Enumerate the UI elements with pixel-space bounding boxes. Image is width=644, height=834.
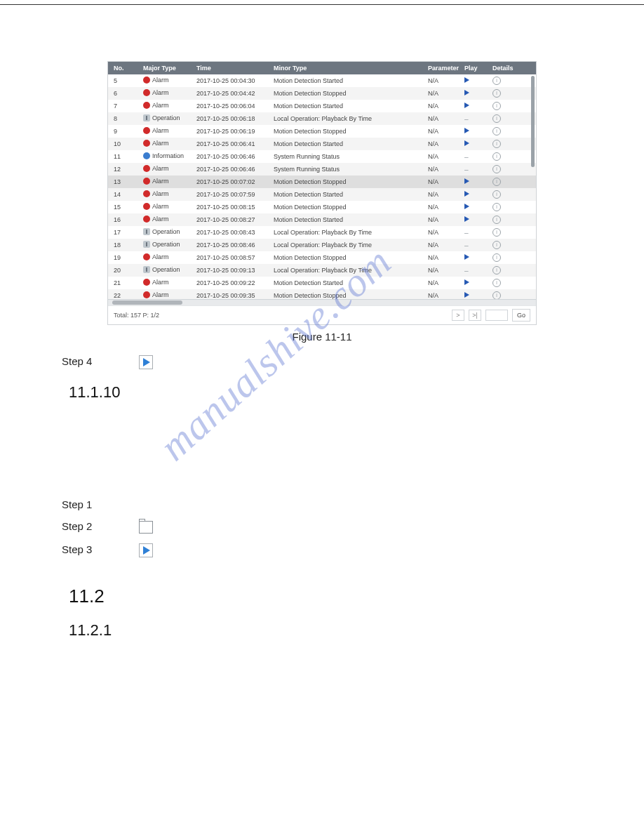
cell-play[interactable] xyxy=(464,216,492,223)
table-row[interactable]: 22Alarm2017-10-25 00:09:35Motion Detecti… xyxy=(108,289,536,299)
page-last-button[interactable]: >| xyxy=(469,310,481,321)
col-header-major[interactable]: Major Type xyxy=(143,65,196,72)
cell-play[interactable] xyxy=(464,178,492,185)
details-icon[interactable] xyxy=(492,216,501,224)
play-icon[interactable] xyxy=(464,191,469,197)
cell-play[interactable] xyxy=(464,279,492,286)
details-icon[interactable] xyxy=(492,165,501,173)
col-header-play[interactable]: Play xyxy=(464,65,492,72)
details-icon[interactable] xyxy=(492,291,501,299)
cell-time: 2017-10-25 00:09:35 xyxy=(196,292,274,299)
page-number-input[interactable] xyxy=(485,310,508,321)
page-next-button[interactable]: > xyxy=(452,310,464,321)
col-header-minor[interactable]: Minor Type xyxy=(274,65,428,72)
vertical-scrollbar[interactable] xyxy=(531,76,535,167)
cell-play[interactable] xyxy=(464,128,492,135)
cell-details[interactable] xyxy=(492,114,525,123)
cell-details[interactable] xyxy=(492,253,525,262)
table-row[interactable]: 7Alarm2017-10-25 00:06:04Motion Detectio… xyxy=(108,100,536,112)
cell-play[interactable] xyxy=(464,90,492,97)
play-icon[interactable] xyxy=(464,90,469,95)
details-icon[interactable] xyxy=(492,140,501,148)
cell-play[interactable] xyxy=(464,292,492,299)
details-icon[interactable] xyxy=(492,127,501,135)
step-4-label: Step 4 xyxy=(62,355,101,367)
cell-details[interactable] xyxy=(492,228,525,237)
major-type-label: Alarm xyxy=(152,216,169,223)
cell-details[interactable] xyxy=(492,291,525,299)
details-icon[interactable] xyxy=(492,241,501,249)
table-row[interactable]: 21Alarm2017-10-25 00:09:22Motion Detecti… xyxy=(108,277,536,289)
details-icon[interactable] xyxy=(492,114,501,123)
cell-parameter: N/A xyxy=(428,115,464,122)
details-icon[interactable] xyxy=(492,203,501,211)
cell-details[interactable] xyxy=(492,279,525,287)
play-icon[interactable] xyxy=(464,178,469,184)
table-row[interactable]: 15Alarm2017-10-25 00:08:15Motion Detecti… xyxy=(108,201,536,213)
play-icon[interactable] xyxy=(464,140,469,146)
play-icon[interactable] xyxy=(464,77,469,83)
col-header-no[interactable]: No. xyxy=(108,65,143,72)
page-go-button[interactable]: Go xyxy=(512,309,530,322)
table-row[interactable]: 17Operation2017-10-25 00:08:43Local Oper… xyxy=(108,226,536,239)
cell-details[interactable] xyxy=(492,165,525,173)
table-row[interactable]: 13Alarm2017-10-25 00:07:02Motion Detecti… xyxy=(108,176,536,188)
table-row[interactable]: 20Operation2017-10-25 00:09:13Local Oper… xyxy=(108,264,536,277)
table-row[interactable]: 8Operation2017-10-25 00:06:18Local Opera… xyxy=(108,112,536,125)
details-icon[interactable] xyxy=(492,77,501,85)
details-icon[interactable] xyxy=(492,152,501,161)
play-icon[interactable] xyxy=(464,128,469,133)
table-row[interactable]: 16Alarm2017-10-25 00:08:27Motion Detecti… xyxy=(108,213,536,226)
cell-play: – xyxy=(464,241,492,249)
details-icon[interactable] xyxy=(492,279,501,287)
cell-details[interactable] xyxy=(492,140,525,148)
col-header-details[interactable]: Details xyxy=(492,65,525,72)
play-icon[interactable] xyxy=(464,102,469,108)
details-icon[interactable] xyxy=(492,178,501,186)
cell-details[interactable] xyxy=(492,102,525,110)
cell-details[interactable] xyxy=(492,266,525,274)
details-icon[interactable] xyxy=(492,190,501,199)
alarm-icon xyxy=(143,190,150,197)
table-row[interactable]: 14Alarm2017-10-25 00:07:59Motion Detecti… xyxy=(108,188,536,201)
table-row[interactable]: 18Operation2017-10-25 00:08:46Local Oper… xyxy=(108,239,536,251)
horizontal-scrollbar[interactable] xyxy=(108,299,536,305)
cell-play[interactable] xyxy=(464,77,492,84)
play-icon[interactable] xyxy=(464,254,469,260)
cell-play[interactable] xyxy=(464,191,492,198)
cell-play[interactable] xyxy=(464,204,492,211)
cell-details[interactable] xyxy=(492,241,525,249)
cell-details[interactable] xyxy=(492,77,525,85)
details-icon[interactable] xyxy=(492,228,501,237)
cell-details[interactable] xyxy=(492,203,525,211)
cell-play[interactable] xyxy=(464,140,492,147)
table-row[interactable]: 10Alarm2017-10-25 00:06:41Motion Detecti… xyxy=(108,138,536,150)
table-row[interactable]: 12Alarm2017-10-25 00:06:46System Running… xyxy=(108,163,536,176)
cell-time: 2017-10-25 00:08:27 xyxy=(196,216,274,223)
cell-details[interactable] xyxy=(492,127,525,135)
play-icon[interactable] xyxy=(464,204,469,209)
cell-details[interactable] xyxy=(492,216,525,224)
play-icon xyxy=(139,355,153,369)
details-icon[interactable] xyxy=(492,266,501,274)
cell-play[interactable] xyxy=(464,254,492,261)
details-icon[interactable] xyxy=(492,253,501,262)
table-row[interactable]: 19Alarm2017-10-25 00:08:57Motion Detecti… xyxy=(108,251,536,264)
details-icon[interactable] xyxy=(492,89,501,98)
table-row[interactable]: 5Alarm2017-10-25 00:04:30Motion Detectio… xyxy=(108,74,536,87)
details-icon[interactable] xyxy=(492,102,501,110)
cell-no: 21 xyxy=(108,279,143,286)
play-icon[interactable] xyxy=(464,216,469,222)
table-row[interactable]: 9Alarm2017-10-25 00:06:19Motion Detectio… xyxy=(108,125,536,138)
col-header-time[interactable]: Time xyxy=(196,65,274,72)
cell-details[interactable] xyxy=(492,178,525,186)
cell-play[interactable] xyxy=(464,102,492,110)
table-row[interactable]: 11Information2017-10-25 00:06:46System R… xyxy=(108,150,536,163)
table-row[interactable]: 6Alarm2017-10-25 00:04:42Motion Detectio… xyxy=(108,87,536,100)
col-header-param[interactable]: Parameter xyxy=(428,65,464,72)
play-icon[interactable] xyxy=(464,279,469,285)
play-icon[interactable] xyxy=(464,292,469,298)
cell-details[interactable] xyxy=(492,89,525,98)
cell-details[interactable] xyxy=(492,190,525,199)
cell-details[interactable] xyxy=(492,152,525,161)
